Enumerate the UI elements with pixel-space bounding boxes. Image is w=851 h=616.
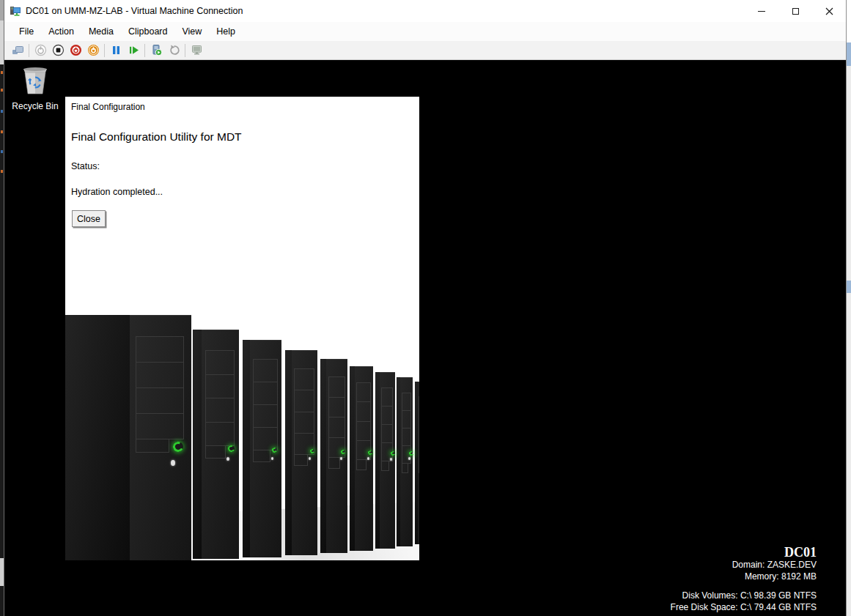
revert-button[interactable] [165,42,183,59]
menu-action[interactable]: Action [41,23,81,40]
reset-icon [128,44,140,56]
vmconnect-window: DC01 on UMM-MZ-LAB - Virtual Machine Con… [4,0,847,616]
menu-file[interactable]: File [12,23,41,40]
server-scene [65,313,419,560]
server-tower [415,382,419,544]
vmconnect-app-icon [10,5,21,17]
pause-icon [110,44,122,56]
bginfo-disk-volumes: Disk Volumes: C:\ 98.39 GB NTFS [671,590,817,602]
vm-display: Recycle Bin Final Configuration Final Co… [4,60,846,616]
background-window-right-sliver [847,0,851,616]
toolbar [4,41,846,60]
enhanced-session-icon [191,44,203,56]
checkpoint-button[interactable] [147,42,165,59]
save-button[interactable] [84,42,102,59]
recycle-bin-label: Recycle Bin [7,101,64,111]
bginfo-memory: Memory: 8192 MB [671,571,817,583]
window-title: DC01 on UMM-MZ-LAB - Virtual Machine Con… [26,6,243,16]
bginfo-hostname: DC01 [671,546,817,560]
server-tower [320,359,347,553]
recycle-bin[interactable]: Recycle Bin [7,64,64,111]
dialog-title: Final Configuration [71,102,145,112]
menu-clipboard[interactable]: Clipboard [121,23,175,40]
server-tower [397,377,413,546]
final-configuration-dialog: Final Configuration Final Configuration … [65,97,419,560]
turn-off-icon [52,44,65,56]
close-button[interactable] [812,0,846,22]
menu-view[interactable]: View [174,23,209,40]
maximize-button[interactable] [778,0,812,22]
menubar: File Action Media Clipboard View Help [4,22,846,41]
menu-help[interactable]: Help [209,23,243,40]
server-tower [193,330,239,559]
start-button[interactable] [32,42,49,59]
revert-icon [168,44,180,56]
bginfo-domain: Domain: ZASKE.DEV [671,560,817,571]
save-icon [87,44,100,56]
server-tower [243,340,281,557]
enhanced-session-button[interactable] [188,42,205,59]
server-tower [65,315,191,560]
maximize-icon [792,8,799,15]
titlebar: DC01 on UMM-MZ-LAB - Virtual Machine Con… [4,0,846,22]
reset-button[interactable] [125,42,142,59]
menu-media[interactable]: Media [81,23,121,40]
bginfo-panel: DC01 Domain: ZASKE.DEV Memory: 8192 MB D… [671,546,817,613]
shut-down-icon [70,44,82,56]
start-icon [34,44,47,56]
pause-button[interactable] [107,42,125,59]
dialog-heading: Final Configuration Utility for MDT [71,130,242,144]
checkpoint-icon [150,44,163,56]
minimize-icon [758,11,765,12]
bginfo-free-disk-space: Free Disk Space: C:\ 79.44 GB NTFS [671,602,817,614]
server-tower [375,372,395,549]
close-icon [825,7,833,15]
status-label: Status: [71,161,100,171]
minimize-button[interactable] [745,0,778,22]
server-tower [350,366,373,551]
ctrl-alt-delete-icon [12,44,24,56]
status-text: Hydration completed... [71,187,163,197]
screen: DC01 on UMM-MZ-LAB - Virtual Machine Con… [0,0,851,616]
ctrl-alt-delete-button[interactable] [9,42,26,59]
dialog-close-button[interactable]: Close [72,210,106,227]
recycle-bin-icon [18,64,52,97]
turn-off-button[interactable] [49,42,67,59]
shut-down-button[interactable] [67,42,84,59]
server-tower [285,350,317,555]
